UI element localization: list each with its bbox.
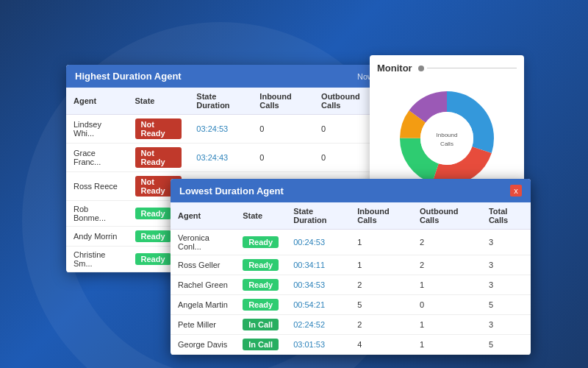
agent-state: In Call bbox=[235, 315, 286, 335]
col-inbound: Inbound Calls bbox=[252, 88, 314, 115]
table-row: Rachel Green Ready 00:34:53 2 1 3 bbox=[171, 275, 531, 295]
lowest-duration-table: Agent State State Duration Inbound Calls… bbox=[171, 202, 531, 355]
col-total: Total Calls bbox=[481, 202, 531, 230]
agent-name: Pete Miller bbox=[171, 315, 235, 335]
agent-state: Ready bbox=[235, 295, 286, 315]
inbound-calls: 2 bbox=[350, 315, 412, 335]
donut-center bbox=[420, 112, 473, 165]
agent-name: Rachel Green bbox=[171, 275, 235, 295]
table-row: George Davis In Call 03:01:53 4 1 5 bbox=[171, 335, 531, 355]
agent-state: Not Ready bbox=[128, 115, 190, 144]
total-calls: 5 bbox=[481, 295, 531, 315]
total-calls: 3 bbox=[481, 230, 531, 255]
agent-state: Not Ready bbox=[128, 144, 190, 172]
col-state: State bbox=[128, 88, 190, 115]
col-state: State bbox=[235, 202, 286, 230]
donut-center-label-2: Calls bbox=[440, 141, 453, 147]
agent-name: Grace Franc... bbox=[66, 144, 128, 172]
agent-state: Ready bbox=[235, 230, 286, 255]
agent-state: Ready bbox=[235, 275, 286, 295]
monitor-header: Monitor bbox=[377, 63, 517, 74]
agent-name: George Davis bbox=[171, 335, 235, 355]
outbound-calls: 2 bbox=[412, 255, 481, 275]
col-inbound: Inbound Calls bbox=[350, 202, 412, 230]
highest-duration-title: Highest Duration Agent bbox=[75, 71, 182, 82]
agent-name: Lindsey Whi... bbox=[66, 115, 128, 144]
inbound-calls: 1 bbox=[350, 230, 412, 255]
table-row: Ross Geller Ready 00:34:11 1 2 3 bbox=[171, 255, 531, 275]
highest-table-header-row: Agent State State Duration Inbound Calls… bbox=[66, 88, 382, 115]
lowest-close-button[interactable]: x bbox=[510, 185, 522, 197]
outbound-calls: 1 bbox=[412, 315, 481, 335]
agent-name: Angela Martin bbox=[171, 295, 235, 315]
state-duration: 03:24:53 bbox=[189, 115, 252, 144]
table-row: Veronica Conl... Ready 00:24:53 1 2 3 bbox=[171, 230, 531, 255]
agent-name: Ross Geller bbox=[171, 255, 235, 275]
agent-state: In Call bbox=[235, 335, 286, 355]
monitor-line bbox=[427, 68, 517, 68]
outbound-calls: 1 bbox=[412, 275, 481, 295]
table-row: Angela Martin Ready 00:54:21 5 0 5 bbox=[171, 295, 531, 315]
table-row: Pete Miller In Call 02:24:52 2 1 3 bbox=[171, 315, 531, 335]
total-calls: 5 bbox=[481, 335, 531, 355]
lowest-duration-panel: Lowest Duration Agent x Agent State Stat… bbox=[171, 179, 531, 355]
agent-name: Andy Morrin bbox=[66, 227, 128, 247]
state-duration: 00:54:21 bbox=[286, 295, 350, 315]
lowest-table-header-row: Agent State State Duration Inbound Calls… bbox=[171, 202, 531, 230]
outbound-calls: 2 bbox=[412, 230, 481, 255]
agent-name: Rob Bonme... bbox=[66, 201, 128, 227]
highest-duration-header: Highest Duration Agent Now bbox=[66, 65, 382, 88]
state-duration: 02:24:52 bbox=[286, 315, 350, 335]
agent-name: Ross Reece bbox=[66, 172, 128, 201]
inbound-calls: 0 bbox=[252, 144, 314, 172]
state-duration: 00:34:53 bbox=[286, 275, 350, 295]
col-state-duration: State Duration bbox=[286, 202, 350, 230]
col-agent: Agent bbox=[171, 202, 235, 230]
total-calls: 3 bbox=[481, 315, 531, 335]
inbound-calls: 1 bbox=[350, 255, 412, 275]
donut-center-label-1: Inbound bbox=[437, 132, 458, 138]
inbound-calls: 2 bbox=[350, 275, 412, 295]
col-state-duration: State Duration bbox=[189, 88, 252, 115]
lowest-duration-title: Lowest Duration Agent bbox=[179, 185, 284, 197]
inbound-calls: 4 bbox=[350, 335, 412, 355]
inbound-calls: 5 bbox=[350, 295, 412, 315]
total-calls: 3 bbox=[481, 275, 531, 295]
table-row: Lindsey Whi... Not Ready 03:24:53 0 0 bbox=[66, 115, 382, 144]
outbound-calls: 0 bbox=[412, 295, 481, 315]
state-duration: 03:24:43 bbox=[189, 144, 252, 172]
monitor-dot-icon bbox=[418, 66, 424, 71]
lowest-duration-header: Lowest Duration Agent x bbox=[171, 179, 531, 202]
table-row: Grace Franc... Not Ready 03:24:43 0 0 bbox=[66, 144, 382, 172]
agent-state: Ready bbox=[235, 255, 286, 275]
state-duration: 03:01:53 bbox=[286, 335, 350, 355]
inbound-calls: 0 bbox=[252, 115, 314, 144]
agent-name: Veronica Conl... bbox=[171, 230, 235, 255]
state-duration: 00:34:11 bbox=[286, 255, 350, 275]
col-outbound: Outbound Calls bbox=[412, 202, 481, 230]
col-agent: Agent bbox=[66, 88, 128, 115]
state-duration: 00:24:53 bbox=[286, 230, 350, 255]
total-calls: 3 bbox=[481, 255, 531, 275]
monitor-title: Monitor bbox=[377, 63, 412, 74]
outbound-calls: 1 bbox=[412, 335, 481, 355]
agent-name: Christine Sm... bbox=[66, 247, 128, 272]
